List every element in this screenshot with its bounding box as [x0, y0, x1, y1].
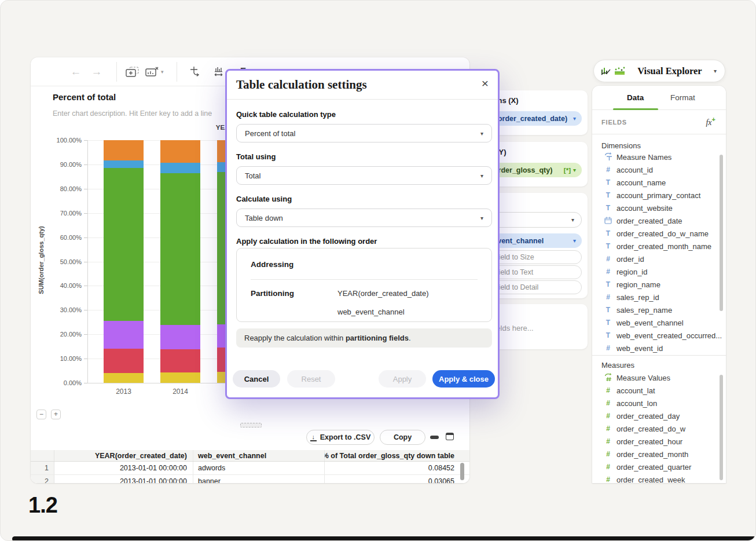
field-item-account_lat[interactable]: #account_lat [592, 384, 726, 397]
total-using-select[interactable]: Total ▾ [236, 166, 492, 185]
field-item-web_event_channel[interactable]: Tweb_event_channel [592, 316, 726, 329]
field-item-order_created_hour[interactable]: #order_created_hour [592, 435, 726, 448]
field-item-order_created_date[interactable]: order_created_date [592, 214, 726, 227]
tab-format[interactable]: Format [670, 93, 695, 102]
duplicate-chart-icon[interactable] [126, 63, 140, 81]
quick-type-select[interactable]: Percent of total ▾ [236, 124, 492, 142]
cancel-button[interactable]: Cancel [233, 370, 280, 388]
bar-segment-segment-4-green[interactable] [104, 168, 144, 321]
fields-sidebar: Data Format FIELDS fx+ Dimensions Measur… [592, 86, 726, 483]
field-item-account_primary_contact[interactable]: Taccount_primary_contact [592, 189, 726, 202]
explorer-switcher[interactable]: Visual Explorer ▾ [593, 60, 725, 82]
field-label: order_created_date [616, 217, 682, 225]
text-icon: T [604, 243, 612, 250]
bottom-bar [12, 536, 756, 541]
bar-segment-segment-5-blue[interactable] [104, 160, 144, 168]
field-item-account_website[interactable]: Taccount_website [592, 202, 726, 214]
channel-cell: adwords [193, 462, 325, 474]
field-item-order_created_do_w[interactable]: #order_created_do_w [592, 422, 726, 435]
table-header-row: YEAR(order_created_date) web_event_chann… [31, 450, 469, 462]
year-cell: 2013-01-01 00:00:00 [54, 475, 193, 483]
download-icon: ↓ [310, 434, 317, 441]
field-item-order_created_do_w_name[interactable]: Torder_created_do_w_name [592, 227, 726, 240]
close-icon[interactable]: × [482, 76, 489, 90]
field-label: account_lat [616, 386, 655, 395]
field-item-region_name[interactable]: Tregion_name [592, 278, 726, 291]
results-table: YEAR(order_created_date) web_event_chann… [31, 450, 469, 483]
field-item-account_id[interactable]: #account_id [592, 163, 726, 176]
partitioning-label: Partitioning [251, 289, 294, 298]
column-header-channel[interactable]: web_event_channel [193, 450, 325, 461]
field-item-account_lon[interactable]: #account_lon [592, 397, 726, 410]
reset-button[interactable]: Reset [287, 370, 335, 388]
back-icon[interactable]: ← [69, 63, 83, 81]
swap-axes-icon[interactable] [189, 63, 202, 81]
caret-down-icon: ▾ [573, 167, 576, 173]
zoom-out-button[interactable]: − [36, 410, 46, 419]
field-item-Measure Names[interactable]: Measure Names [592, 151, 726, 163]
bar-segment-segment-4-green[interactable] [160, 173, 200, 325]
field-item-order_created_month_name[interactable]: Torder_created_month_name [592, 240, 726, 253]
table-row[interactable]: 22013-01-01 00:00:00banner0.03065 [31, 475, 469, 483]
bar-segment-segment-6-orange[interactable] [104, 140, 144, 160]
bar-segment-segment-3-purple[interactable] [160, 325, 200, 349]
calculate-using-select[interactable]: Table down ▾ [236, 209, 492, 227]
measures-scrollbar[interactable] [720, 375, 723, 480]
fx-plus-glyph: + [712, 116, 715, 123]
field-item-sales_rep_name[interactable]: Tsales_rep_name [592, 304, 726, 316]
panel-resize-handle[interactable] [240, 423, 262, 427]
chart-title[interactable]: Percent of total [53, 92, 116, 102]
measure-values-icon [604, 373, 612, 382]
dimensions-scrollbar[interactable] [720, 155, 723, 311]
tab-data[interactable]: Data [627, 93, 644, 102]
zoom-in-button[interactable]: + [51, 410, 61, 419]
field-item-account_name[interactable]: Taccount_name [592, 176, 726, 189]
bar-segment-segment-3-purple[interactable] [104, 321, 144, 349]
field-item-web_event_created_occurred...[interactable]: Tweb_event_created_occurred... [592, 329, 726, 342]
field-item-web_event_id[interactable]: #web_event_id [592, 342, 726, 354]
apply-and-close-button[interactable]: Apply & close [432, 370, 495, 388]
bar-segment-segment-2-red[interactable] [104, 349, 144, 374]
y-tick-label: 50.00% [41, 258, 82, 265]
field-label: sales_rep_id [616, 293, 659, 302]
x-tick-label: 2013 [104, 388, 144, 396]
field-label: order_created_month_name [616, 242, 711, 251]
total-using-value: Total [245, 171, 260, 180]
apply-button[interactable]: Apply [379, 370, 426, 388]
partitioning-field: web_event_channel [337, 308, 405, 316]
calculation-order-box: Addressing Partitioning YEAR(order_creat… [236, 248, 492, 322]
chart-description-placeholder[interactable]: Enter chart description. Hit Enter key t… [53, 109, 212, 118]
text-icon: T [604, 179, 612, 186]
field-item-region_id[interactable]: #region_id [592, 265, 726, 278]
bar-segment-segment-1-yellow[interactable] [160, 372, 200, 383]
stacked-bar-2014[interactable] [160, 140, 200, 383]
y-axis-line [87, 140, 88, 383]
copy-button[interactable]: Copy [380, 430, 425, 445]
maximize-table-icon[interactable] [446, 433, 454, 440]
field-item-order_created_week[interactable]: #order_created_week [592, 473, 726, 483]
minimize-table-icon[interactable] [430, 436, 439, 439]
caret-down-icon: ▾ [480, 173, 483, 179]
column-header-year[interactable]: YEAR(order_created_date) [54, 450, 193, 461]
export-csv-button[interactable]: ↓ Export to .CSV [306, 430, 375, 445]
forward-icon[interactable]: → [90, 63, 104, 81]
table-row[interactable]: 12013-01-01 00:00:00adwords0.08452 [31, 462, 469, 475]
field-item-order_created_day[interactable]: #order_created_day [592, 410, 726, 422]
field-item-Measure Values[interactable]: Measure Values [592, 371, 726, 384]
field-item-order_created_month[interactable]: #order_created_month [592, 448, 726, 460]
bar-segment-segment-2-red[interactable] [160, 349, 200, 372]
column-header-pct[interactable]: % of Total order_gloss_qty down table [325, 450, 459, 461]
fx-glyph: fx [706, 118, 711, 127]
add-calculation-icon[interactable]: fx+ [706, 116, 715, 127]
field-item-sales_rep_id[interactable]: #sales_rep_id [592, 291, 726, 304]
note-suffix: . [409, 334, 411, 342]
field-item-order_id[interactable]: #order_id [592, 253, 726, 265]
bar-segment-segment-6-orange[interactable] [160, 140, 200, 163]
remove-chart-icon[interactable]: ▾ [145, 63, 164, 81]
bar-segment-segment-5-blue[interactable] [160, 163, 200, 173]
bar-segment-segment-1-yellow[interactable] [104, 373, 144, 383]
table-scrollbar[interactable] [460, 463, 464, 480]
field-label: web_event_created_occurred... [616, 331, 722, 340]
field-item-order_created_quarter[interactable]: #order_created_quarter [592, 460, 726, 473]
stacked-bar-2013[interactable] [104, 140, 144, 383]
